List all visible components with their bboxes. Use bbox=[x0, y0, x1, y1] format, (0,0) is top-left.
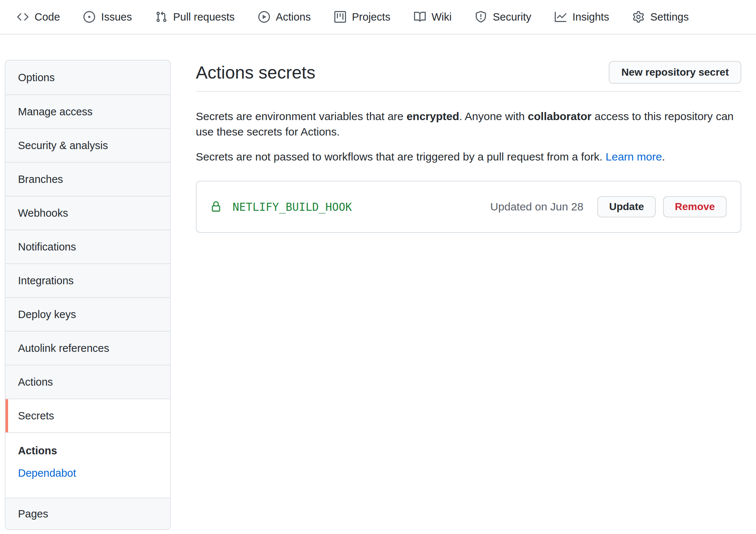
sidebar-item-notifications[interactable]: Notifications bbox=[6, 230, 170, 263]
remove-secret-button[interactable]: Remove bbox=[663, 196, 727, 217]
tab-wiki-label: Wiki bbox=[432, 11, 452, 23]
secrets-description: Secrets are environment variables that a… bbox=[196, 109, 741, 140]
git-pull-request-icon bbox=[155, 11, 167, 23]
title-row: Actions secrets New repository secret bbox=[196, 61, 741, 84]
settings-sidebar: Options Manage access Security & analysi… bbox=[5, 60, 171, 530]
new-repository-secret-button[interactable]: New repository secret bbox=[609, 61, 741, 84]
repo-tab-bar: Code Issues Pull requests Actions Projec… bbox=[0, 0, 756, 35]
fork-note-period: . bbox=[662, 151, 665, 163]
tab-issues[interactable]: Issues bbox=[83, 11, 132, 23]
sidebar-item-security-analysis[interactable]: Security & analysis bbox=[6, 128, 170, 162]
code-icon bbox=[17, 11, 29, 23]
tab-insights[interactable]: Insights bbox=[555, 11, 609, 23]
sidebar-item-secrets[interactable]: Secrets bbox=[6, 398, 170, 432]
secrets-subnav-actions[interactable]: Actions bbox=[18, 445, 170, 457]
book-icon bbox=[414, 11, 426, 23]
project-icon bbox=[334, 11, 346, 23]
tab-settings-label: Settings bbox=[650, 11, 689, 23]
tab-code[interactable]: Code bbox=[17, 11, 60, 23]
secret-name: NETLIFY_BUILD_HOOK bbox=[233, 201, 352, 213]
tab-security-label: Security bbox=[493, 11, 531, 23]
sidebar-item-webhooks[interactable]: Webhooks bbox=[6, 196, 170, 230]
shield-icon bbox=[475, 11, 487, 23]
secrets-subnav-dependabot-link[interactable]: Dependabot bbox=[18, 467, 170, 479]
fork-note-text: Secrets are not passed to workflows that… bbox=[196, 151, 606, 163]
tab-code-label: Code bbox=[35, 11, 60, 23]
title-divider bbox=[196, 91, 741, 92]
description-encrypted-bold: encrypted bbox=[407, 110, 459, 122]
tab-pull-requests-label: Pull requests bbox=[173, 11, 235, 23]
tab-security[interactable]: Security bbox=[475, 11, 531, 23]
tab-wiki[interactable]: Wiki bbox=[414, 11, 452, 23]
gear-icon bbox=[633, 11, 644, 23]
actions-secrets-panel: Actions secrets New repository secret Se… bbox=[171, 35, 756, 233]
issue-opened-icon bbox=[83, 11, 95, 23]
secrets-subnav: Actions Dependabot bbox=[6, 432, 170, 498]
learn-more-link[interactable]: Learn more bbox=[606, 151, 662, 163]
settings-layout: Options Manage access Security & analysi… bbox=[0, 35, 756, 530]
tab-actions[interactable]: Actions bbox=[258, 11, 311, 23]
update-secret-button[interactable]: Update bbox=[597, 196, 656, 217]
page-title: Actions secrets bbox=[196, 62, 315, 83]
sidebar-item-options[interactable]: Options bbox=[6, 61, 170, 94]
tab-settings[interactable]: Settings bbox=[633, 11, 689, 23]
sidebar-item-branches[interactable]: Branches bbox=[6, 162, 170, 196]
play-icon bbox=[258, 11, 270, 23]
description-text: Secrets are environment variables that a… bbox=[196, 110, 407, 122]
sidebar-item-deploy-keys[interactable]: Deploy keys bbox=[6, 297, 170, 331]
sidebar-item-autolink-references[interactable]: Autolink references bbox=[6, 331, 170, 365]
fork-note: Secrets are not passed to workflows that… bbox=[196, 149, 741, 165]
description-collaborator-bold: collaborator bbox=[528, 110, 591, 122]
tab-insights-label: Insights bbox=[572, 11, 609, 23]
tab-pull-requests[interactable]: Pull requests bbox=[155, 11, 235, 23]
graph-icon bbox=[555, 11, 566, 23]
lock-icon bbox=[210, 201, 222, 212]
secret-updated-date: Updated on Jun 28 bbox=[490, 201, 584, 213]
description-text: . Anyone with bbox=[459, 110, 528, 122]
tab-projects[interactable]: Projects bbox=[334, 11, 390, 23]
secret-row: NETLIFY_BUILD_HOOK Updated on Jun 28 Upd… bbox=[196, 181, 741, 233]
sidebar-item-manage-access[interactable]: Manage access bbox=[6, 94, 170, 128]
tab-projects-label: Projects bbox=[352, 11, 390, 23]
sidebar-item-actions[interactable]: Actions bbox=[6, 365, 170, 398]
tab-actions-label: Actions bbox=[276, 11, 311, 23]
sidebar-item-integrations[interactable]: Integrations bbox=[6, 263, 170, 297]
tab-issues-label: Issues bbox=[101, 11, 132, 23]
sidebar-item-pages[interactable]: Pages bbox=[6, 498, 170, 529]
